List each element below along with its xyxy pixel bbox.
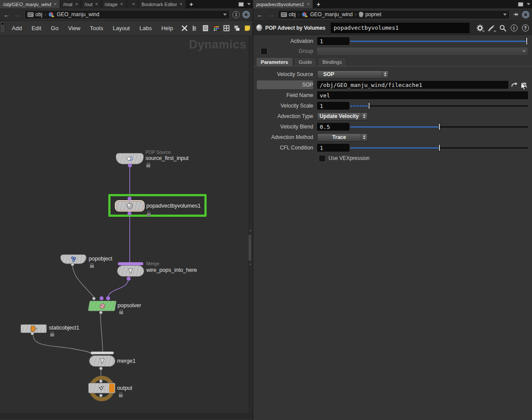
node-output[interactable]: output <box>88 383 115 393</box>
activation-slider[interactable] <box>350 37 528 45</box>
tab-obj-geo[interactable]: /obj/GEO_manju_wind × <box>0 0 60 8</box>
velocity-scale-slider[interactable] <box>350 102 528 110</box>
node-popsolver[interactable]: popsolver <box>89 301 116 311</box>
list-icon[interactable] <box>201 24 210 32</box>
help-icon[interactable]: ? <box>521 24 529 32</box>
output-dot[interactable] <box>31 332 34 335</box>
sticky-note-icon[interactable] <box>243 24 252 32</box>
group-dropdown-caret-icon[interactable] <box>522 50 526 52</box>
velocity-blend-slider[interactable] <box>350 123 528 131</box>
node-popadvectbyvolumes1[interactable]: popadvectbyvolumes1 <box>115 200 145 212</box>
network-path-field[interactable]: obj › GEO_manju_wind <box>24 10 230 19</box>
path-dropdown-caret-icon[interactable] <box>223 14 227 16</box>
new-tab-button[interactable]: + <box>186 0 197 8</box>
pane-maximize-icon[interactable] <box>518 2 523 7</box>
tab-blank[interactable]: × <box>127 0 138 8</box>
sop-path-field[interactable]: /obj/GEO_manju_wind/filecache1 <box>317 81 508 89</box>
node-merge1[interactable]: merge1 <box>89 355 115 367</box>
close-icon[interactable]: × <box>54 2 56 7</box>
advection-type-dropdown[interactable]: Update Velocity <box>317 112 368 121</box>
close-icon[interactable]: × <box>75 2 78 7</box>
tab-guide[interactable]: Guide <box>294 57 317 66</box>
windows-icon[interactable] <box>233 24 241 32</box>
menu-tools[interactable]: Tools <box>85 25 108 31</box>
velocity-blend-value-field[interactable]: 0.5 <box>317 123 349 131</box>
tab-popadvectbyvolumes1[interactable]: popadvectbyvolumes1 × <box>253 0 313 8</box>
node-source-first-input[interactable]: POP Source source_first_input <box>116 153 144 164</box>
close-icon[interactable]: × <box>307 2 309 7</box>
pin-icon[interactable] <box>512 11 519 18</box>
forward-arrow-icon[interactable]: → <box>14 11 22 18</box>
menu-go[interactable]: Go <box>46 25 63 31</box>
pane-menu-caret-icon[interactable] <box>247 3 251 5</box>
input-bar[interactable] <box>118 262 143 265</box>
input-dot[interactable] <box>128 197 131 201</box>
tab-bindings[interactable]: Bindings <box>318 57 346 66</box>
toolbar-collapse-handle[interactable] <box>0 21 5 33</box>
close-icon[interactable]: × <box>132 2 135 7</box>
render-flag[interactable] <box>109 384 114 392</box>
node-wire-pops-into-here[interactable]: Merge wire_pops_into_here <box>117 265 144 277</box>
network-vertical-scrollbar[interactable]: ▲ ▼ <box>248 36 252 419</box>
velocity-scale-value-field[interactable]: 1 <box>317 102 349 110</box>
cfl-condition-slider[interactable] <box>350 144 528 152</box>
tiles-icon[interactable] <box>222 24 231 32</box>
frame-badge[interactable]: 1 <box>232 11 240 18</box>
brush-icon[interactable] <box>487 24 495 32</box>
input-dot[interactable] <box>106 296 110 300</box>
cfl-condition-value-field[interactable]: 1 <box>317 144 349 152</box>
tab-mat[interactable]: /mat × <box>60 0 82 8</box>
activation-value-field[interactable]: 1 <box>317 37 349 45</box>
velocity-source-dropdown[interactable]: SOP <box>317 70 389 79</box>
advection-method-dropdown[interactable]: Trace <box>317 133 368 142</box>
output-dot[interactable] <box>127 277 131 281</box>
pane-menu-caret-icon[interactable] <box>527 3 530 5</box>
new-tab-button[interactable]: + <box>313 0 324 8</box>
output-dot[interactable] <box>128 163 132 167</box>
field-name-field[interactable]: vel <box>317 91 528 99</box>
input-bar[interactable] <box>90 351 114 354</box>
tab-out[interactable]: /out × <box>81 0 101 8</box>
input-dot[interactable] <box>100 296 104 300</box>
output-dot[interactable] <box>128 212 131 215</box>
tab-bookmark-editor[interactable]: Bookmark Editor × <box>138 0 186 8</box>
menu-add[interactable]: Add <box>7 25 27 31</box>
close-icon[interactable]: × <box>180 2 182 7</box>
gear-icon[interactable] <box>476 24 484 32</box>
input-dot[interactable] <box>99 379 103 383</box>
menu-edit[interactable]: Edit <box>27 25 46 31</box>
network-horizontal-scrollbar[interactable] <box>0 413 252 419</box>
info-icon[interactable]: i <box>510 24 518 32</box>
pane-maximize-icon[interactable] <box>238 2 244 7</box>
search-icon[interactable] <box>498 24 507 32</box>
menu-help[interactable]: Help <box>156 25 178 31</box>
menu-labs[interactable]: Labs <box>135 25 156 31</box>
path-segment-popnet[interactable]: popnet <box>359 11 381 17</box>
output-dot[interactable] <box>99 394 103 397</box>
back-arrow-icon[interactable]: ← <box>3 11 11 18</box>
hierarchy-icon[interactable] <box>191 24 199 32</box>
spinner-icon[interactable] <box>382 71 388 78</box>
color-palette-icon[interactable] <box>212 24 220 32</box>
group-field[interactable] <box>317 48 528 55</box>
spinner-icon[interactable] <box>361 113 367 120</box>
path-segment-obj[interactable]: obj <box>281 11 296 17</box>
tools-icon[interactable] <box>180 24 189 32</box>
path-segment-geo[interactable]: GEO_manju_wind <box>302 11 352 17</box>
tab-stage[interactable]: /stage × <box>101 0 126 8</box>
parameter-path-field[interactable]: obj › GEO_manju_wind › popnet <box>278 10 510 19</box>
path-segment-geo[interactable]: GEO_manju_wind <box>48 11 99 17</box>
back-arrow-icon[interactable]: ← <box>256 11 264 18</box>
output-dot[interactable] <box>71 263 74 266</box>
follow-target-icon[interactable] <box>522 11 529 18</box>
follow-target-icon[interactable] <box>242 11 250 18</box>
output-dot[interactable] <box>99 311 103 314</box>
menu-view[interactable]: View <box>63 25 85 31</box>
spinner-icon[interactable] <box>361 134 367 141</box>
network-editor[interactable]: Dynamics <box>0 36 252 419</box>
group-checkbox[interactable] <box>261 49 267 54</box>
use-vexpression-checkbox[interactable] <box>319 156 325 161</box>
reselect-arrow-icon[interactable] <box>511 81 518 88</box>
forward-arrow-icon[interactable]: → <box>267 11 275 18</box>
node-name-field[interactable]: popadvectbyvolumes1 <box>331 23 470 33</box>
